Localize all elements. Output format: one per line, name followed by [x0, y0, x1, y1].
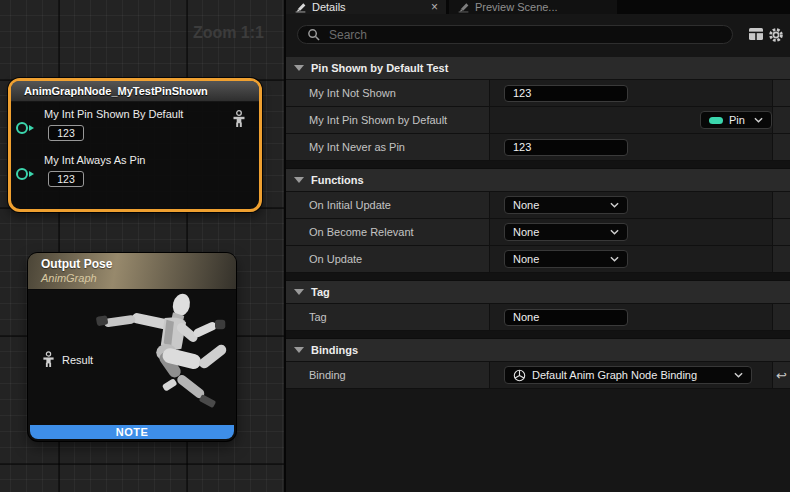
note-badge[interactable]: NOTE	[30, 425, 234, 439]
tab-details[interactable]: Details ×	[286, 0, 446, 14]
details-tab-icon	[294, 1, 307, 13]
tab-label: Details	[312, 1, 346, 13]
graph-canvas[interactable]: Zoom 1:1 AnimGraphNode_MyTestPinShown My…	[0, 0, 284, 492]
property-row: My Int Pin Shown by Default Pin	[286, 107, 790, 134]
property-label: On Become Relevant	[286, 219, 490, 245]
result-pose-pin[interactable]: Result	[42, 351, 93, 368]
property-label: My Int Never as Pin	[286, 134, 490, 160]
collapse-arrow-icon	[294, 65, 304, 71]
section-title: Pin Shown by Default Test	[311, 62, 448, 74]
tab-label: Preview Scene...	[475, 1, 558, 13]
row-extra-cell	[773, 246, 790, 272]
section-title: Functions	[311, 174, 364, 186]
dropdown-value: None	[513, 253, 604, 265]
dropdown-value: None	[513, 226, 604, 238]
anim-blueprint-editor: Zoom 1:1 AnimGraphNode_MyTestPinShown My…	[0, 0, 790, 492]
row-extra-cell	[773, 134, 790, 160]
chevron-down-icon	[610, 202, 619, 208]
property-label: Tag	[286, 304, 490, 330]
graph-node-test[interactable]: AnimGraphNode_MyTestPinShown My Int Pin …	[8, 78, 262, 212]
pin-value-input[interactable]	[48, 171, 84, 187]
int-pin-icon[interactable]	[16, 122, 28, 134]
property-label: Binding	[286, 362, 490, 388]
section-gap	[286, 161, 790, 169]
preview-scene-tab-icon	[457, 1, 470, 13]
details-panel: Details × Preview Scene...	[284, 0, 790, 492]
person-icon	[42, 351, 55, 368]
chevron-down-icon	[610, 229, 619, 235]
section-header-functions[interactable]: Functions	[286, 169, 790, 192]
collapse-arrow-icon	[294, 289, 304, 295]
section-header-pin-shown[interactable]: Pin Shown by Default Test	[286, 57, 790, 80]
property-label: On Initial Update	[286, 192, 490, 218]
chevron-down-icon	[754, 117, 763, 123]
on-update-dropdown[interactable]: None	[504, 250, 628, 268]
chevron-down-icon	[734, 372, 743, 378]
property-label: My Int Pin Shown by Default	[286, 107, 490, 133]
my-int-not-shown-input[interactable]	[504, 85, 628, 102]
section-gap	[286, 273, 790, 281]
section-header-bindings[interactable]: Bindings	[286, 339, 790, 362]
search-icon	[307, 28, 320, 41]
row-extra-cell	[773, 304, 790, 330]
reset-to-default-icon[interactable]: ↩	[776, 369, 787, 382]
close-icon[interactable]: ×	[431, 1, 438, 13]
node-subtitle: AnimGraph	[41, 272, 236, 284]
result-pin-label: Result	[62, 354, 93, 366]
tab-preview-scene[interactable]: Preview Scene...	[449, 0, 617, 14]
node-title[interactable]: AnimGraphNode_MyTestPinShown	[11, 81, 259, 102]
pin-capsule-icon	[709, 117, 723, 124]
row-extra-cell	[773, 107, 790, 133]
row-extra-cell	[773, 192, 790, 218]
pin-label: My Int Always As Pin	[44, 154, 145, 166]
int-pin-icon[interactable]	[16, 168, 28, 180]
running-mannequin-image	[84, 289, 234, 429]
gear-icon[interactable]	[768, 27, 784, 43]
pin-mode-dropdown[interactable]: Pin	[700, 111, 772, 129]
section-title: Tag	[311, 286, 330, 298]
binding-dropdown[interactable]: Default Anim Graph Node Binding	[504, 366, 752, 384]
binding-icon	[513, 369, 526, 382]
zoom-level-label: Zoom 1:1	[193, 24, 264, 42]
pin-value-input[interactable]	[48, 125, 84, 141]
dropdown-value: Pin	[729, 114, 748, 126]
dropdown-value: Default Anim Graph Node Binding	[532, 369, 728, 381]
search-input[interactable]	[327, 27, 723, 43]
property-row: On Initial Update None	[286, 192, 790, 219]
person-icon[interactable]	[232, 110, 246, 128]
search-bar[interactable]	[297, 25, 733, 44]
collapse-arrow-icon	[294, 347, 304, 353]
node-header[interactable]: Output Pose AnimGraph	[28, 253, 236, 290]
tag-input[interactable]	[504, 309, 628, 326]
section-gap	[286, 331, 790, 339]
property-label: On Update	[286, 246, 490, 272]
on-initial-update-dropdown[interactable]: None	[504, 196, 628, 214]
pin-label: My Int Pin Shown By Default	[44, 108, 183, 120]
graph-node-output-pose[interactable]: Output Pose AnimGraph	[28, 253, 236, 441]
property-row: On Update None	[286, 246, 790, 273]
my-int-never-as-pin-input[interactable]	[504, 139, 628, 156]
on-become-relevant-dropdown[interactable]: None	[504, 223, 628, 241]
property-label: My Int Not Shown	[286, 80, 490, 106]
property-row: My Int Not Shown	[286, 80, 790, 107]
dropdown-value: None	[513, 199, 604, 211]
tab-bar: Details × Preview Scene...	[286, 0, 790, 14]
chevron-down-icon	[610, 256, 619, 262]
section-header-tag[interactable]: Tag	[286, 281, 790, 304]
view-options-icon[interactable]	[748, 27, 764, 41]
section-title: Bindings	[311, 344, 358, 356]
property-row: On Become Relevant None	[286, 219, 790, 246]
property-sections: Pin Shown by Default Test My Int Not Sho…	[286, 57, 790, 389]
node-title: Output Pose	[41, 257, 236, 271]
property-row: My Int Never as Pin	[286, 134, 790, 161]
collapse-arrow-icon	[294, 177, 304, 183]
property-row: Tag	[286, 304, 790, 331]
row-extra-cell	[773, 80, 790, 106]
row-extra-cell	[773, 219, 790, 245]
property-row: Binding Default Anim Graph Node Binding	[286, 362, 790, 389]
